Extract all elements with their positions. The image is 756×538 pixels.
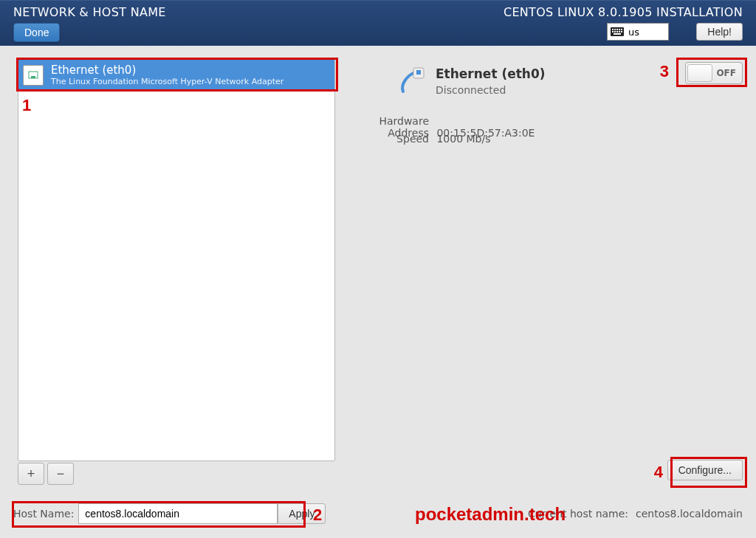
add-interface-button[interactable]: + (18, 463, 44, 485)
detail-speed-row: Speed 1000 Mb/s (355, 133, 491, 145)
help-button[interactable]: Help! (696, 23, 743, 41)
current-hostname-value: centos8.localdomain (636, 508, 743, 520)
body-area: Ethernet (eth0) The Linux Foundation Mic… (0, 46, 756, 538)
watermark-text: pocketadmin.tech (415, 504, 566, 525)
hostname-row: Host Name: Apply Current host name: cent… (13, 503, 743, 525)
annotation-number-3: 3 (660, 62, 669, 81)
keyboard-layout-indicator[interactable]: us (607, 23, 669, 41)
keyboard-icon (611, 27, 624, 37)
page-title: NETWORK & HOST NAME (13, 5, 166, 19)
svg-rect-10 (621, 31, 622, 32)
svg-rect-13 (31, 76, 35, 78)
svg-rect-5 (621, 29, 622, 30)
annotation-number-1: 1 (22, 96, 31, 115)
svg-rect-3 (616, 29, 618, 30)
detail-interface-status: Disconnected (436, 84, 506, 96)
interface-item-text: Ethernet (eth0) The Linux Foundation Mic… (51, 64, 284, 86)
svg-rect-4 (619, 29, 620, 30)
interface-list-buttons: + − (18, 463, 74, 485)
interface-toggle[interactable]: OFF (685, 62, 743, 84)
done-button[interactable]: Done (13, 23, 60, 42)
annotation-number-2: 2 (313, 506, 322, 525)
svg-rect-9 (619, 31, 620, 32)
svg-rect-11 (614, 33, 621, 35)
detail-speed-value: 1000 Mb/s (436, 133, 490, 145)
ethernet-cable-icon (397, 66, 428, 97)
header-bar: NETWORK & HOST NAME CENTOS LINUX 8.0.190… (0, 0, 756, 46)
interface-item-adapter: The Linux Foundation Microsoft Hyper-V N… (51, 77, 284, 86)
interface-list[interactable]: Ethernet (eth0) The Linux Foundation Mic… (18, 59, 335, 461)
svg-rect-1 (612, 29, 614, 30)
keyboard-layout-label: us (628, 27, 639, 38)
detail-interface-name: Ethernet (eth0) (436, 66, 546, 81)
hostname-input[interactable] (78, 503, 278, 524)
remove-interface-button[interactable]: − (47, 463, 74, 485)
hostname-label: Host Name: (13, 508, 74, 520)
installer-title: CENTOS LINUX 8.0.1905 INSTALLATION (504, 5, 743, 19)
svg-rect-8 (616, 31, 618, 32)
interface-item-name: Ethernet (eth0) (51, 64, 284, 77)
svg-rect-2 (614, 29, 616, 30)
svg-rect-15 (416, 70, 421, 75)
toggle-knob (687, 64, 712, 82)
ethernet-icon (23, 65, 44, 86)
svg-rect-7 (614, 31, 616, 32)
annotation-number-4: 4 (654, 463, 663, 482)
toggle-label: OFF (716, 68, 736, 78)
configure-button[interactable]: Configure... (667, 460, 743, 480)
svg-rect-6 (612, 31, 614, 32)
detail-speed-label: Speed (355, 133, 429, 145)
interface-item-eth0[interactable]: Ethernet (eth0) The Linux Foundation Mic… (18, 60, 334, 91)
